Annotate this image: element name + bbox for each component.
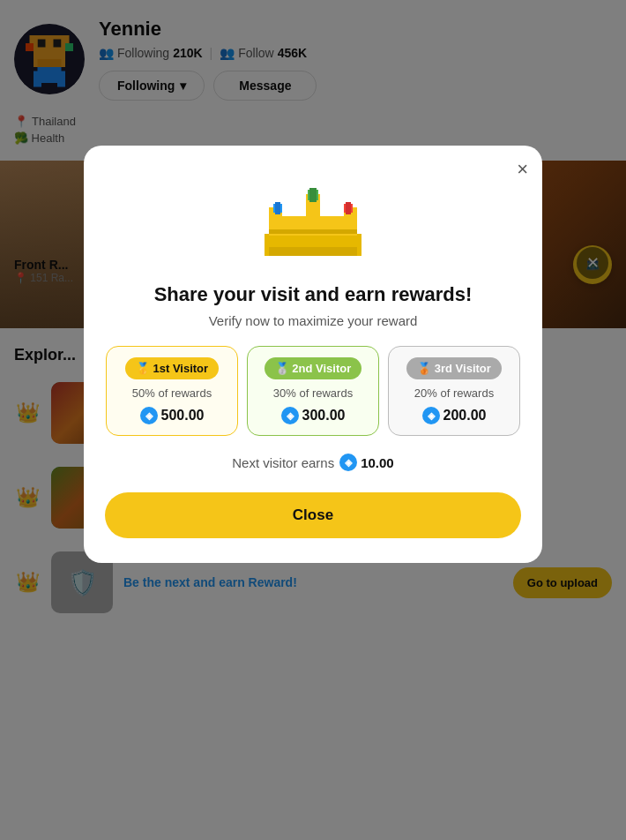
next-coin-icon: ◈ xyxy=(339,454,357,471)
modal-close-main-label: Close xyxy=(293,506,333,523)
rewards-modal: × xyxy=(84,146,542,563)
visitor-percent-2: 30% of rewards xyxy=(260,386,366,400)
visitor-amount-3: 200.00 xyxy=(443,408,487,424)
next-visitor-label: Next visitor earns xyxy=(232,455,334,470)
visitor-coin-1: ◈ 500.00 xyxy=(119,407,225,424)
modal-close-button[interactable]: × xyxy=(517,160,528,179)
modal-subtitle: Verify now to maximize your reward xyxy=(105,313,521,328)
visitor-coin-3: ◈ 200.00 xyxy=(401,407,507,424)
visitor-amount-2: 300.00 xyxy=(302,408,346,424)
visitor-badge-2: 🥈 2nd Visitor xyxy=(265,357,362,379)
svg-rect-23 xyxy=(309,188,317,202)
visitor-badge-3: 🥉 3rd Visitor xyxy=(406,357,502,379)
visitor-cards: 🥇 1st Visitor 50% of rewards ◈ 500.00 🥈 … xyxy=(105,346,521,436)
next-visitor-amount: 10.00 xyxy=(361,455,394,470)
visitor-card-1: 🥇 1st Visitor 50% of rewards ◈ 500.00 xyxy=(106,346,238,436)
modal-close-icon: × xyxy=(517,158,528,180)
visitor-card-2: 🥈 2nd Visitor 30% of rewards ◈ 300.00 xyxy=(247,346,379,436)
modal-close-main-button[interactable]: Close xyxy=(105,492,521,538)
visitor-badge-1-label: 🥇 1st Visitor xyxy=(136,362,208,375)
visitor-coin-2: ◈ 300.00 xyxy=(260,407,366,424)
svg-rect-25 xyxy=(346,202,351,214)
visitor-amount-1: 500.00 xyxy=(161,408,205,424)
svg-rect-27 xyxy=(269,247,357,256)
coin-icon-2: ◈ xyxy=(281,407,299,424)
coin-icon-3: ◈ xyxy=(422,407,440,424)
visitor-badge-2-label: 🥈 2nd Visitor xyxy=(275,362,352,375)
next-visitor-earn: ◈ 10.00 xyxy=(339,454,394,471)
svg-rect-26 xyxy=(269,229,357,234)
coin-icon-1: ◈ xyxy=(140,407,158,424)
modal-title: Share your visit and earn rewards! xyxy=(105,283,521,306)
visitor-card-3: 🥉 3rd Visitor 20% of rewards ◈ 200.00 xyxy=(388,346,520,436)
visitor-percent-3: 20% of rewards xyxy=(401,386,507,400)
visitor-badge-3-label: 🥉 3rd Visitor xyxy=(417,362,491,375)
visitor-badge-1: 🥇 1st Visitor xyxy=(125,357,219,379)
visitor-percent-1: 50% of rewards xyxy=(119,386,225,400)
crown-image xyxy=(251,172,375,269)
next-visitor-row: Next visitor earns ◈ 10.00 xyxy=(105,454,521,471)
svg-rect-21 xyxy=(275,202,280,214)
